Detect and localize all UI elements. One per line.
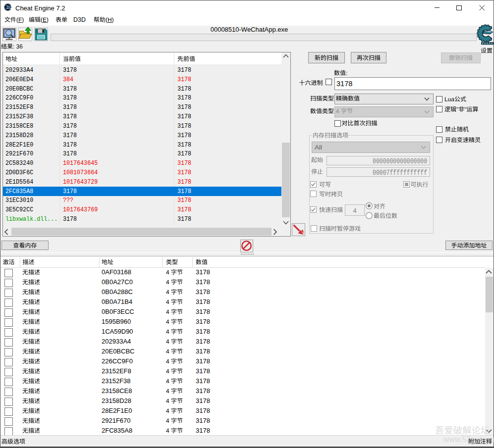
- svg-text:0B0A27C0: 0B0A27C0: [102, 278, 133, 286]
- svg-text:28E2F1E0: 28E2F1E0: [5, 141, 33, 149]
- svg-text:23152EF8: 23152EF8: [5, 103, 33, 111]
- svg-text:0B0A288C: 0B0A288C: [102, 288, 133, 296]
- svg-text:226CC9F0: 226CC9F0: [102, 357, 133, 365]
- svg-text:3178: 3178: [196, 427, 210, 434]
- svg-text:0AF03168: 0AF03168: [102, 268, 131, 276]
- svg-text:2FC835A8: 2FC835A8: [5, 188, 33, 195]
- svg-text:226CC9F0: 226CC9F0: [5, 94, 33, 101]
- svg-text:20E0BCBC: 20E0BCBC: [5, 85, 33, 93]
- svg-text:3178: 3178: [177, 122, 191, 130]
- svg-text:3178: 3178: [177, 159, 191, 167]
- svg-text:3178: 3178: [63, 66, 77, 74]
- svg-text:3178: 3178: [196, 417, 210, 424]
- svg-text:3178: 3178: [196, 407, 210, 414]
- svg-text:2D0D3F6C: 2D0D3F6C: [5, 169, 33, 176]
- svg-text:202933A4: 202933A4: [102, 338, 131, 345]
- svg-text:1017643645: 1017643645: [63, 159, 98, 167]
- svg-text:23158D28: 23158D28: [5, 132, 33, 139]
- svg-text:3178: 3178: [196, 348, 210, 355]
- svg-text:3178: 3178: [177, 94, 191, 101]
- svg-text:3178: 3178: [196, 308, 210, 315]
- svg-text:0B0A71B4: 0B0A71B4: [102, 298, 132, 305]
- svg-text:3178: 3178: [336, 80, 352, 88]
- svg-text:1595B960: 1595B960: [102, 318, 131, 325]
- svg-text:3178: 3178: [177, 197, 191, 204]
- svg-text:202933A4: 202933A4: [5, 66, 33, 74]
- svg-text:3178: 3178: [63, 113, 77, 120]
- svg-text:???: ???: [63, 197, 73, 204]
- svg-text:2FC835A8: 2FC835A8: [102, 427, 132, 434]
- svg-text:3178: 3178: [177, 215, 191, 223]
- svg-text:23158CE8: 23158CE8: [102, 387, 132, 395]
- svg-text:All: All: [315, 144, 322, 151]
- svg-text:2921F670: 2921F670: [102, 417, 131, 424]
- svg-text:www.52pojie.cn: www.52pojie.cn: [443, 435, 494, 444]
- svg-text:3178: 3178: [63, 103, 77, 111]
- svg-text:3178: 3178: [196, 268, 210, 276]
- svg-text:3178: 3178: [177, 188, 191, 195]
- svg-text:3178: 3178: [196, 298, 210, 305]
- svg-text:3178: 3178: [177, 178, 191, 186]
- svg-text:00007fffffffffff: 00007fffffffffff: [373, 169, 427, 177]
- svg-text:28E2F1E0: 28E2F1E0: [102, 407, 132, 414]
- svg-text:3178: 3178: [196, 377, 210, 385]
- svg-text:1CA59D90: 1CA59D90: [102, 328, 133, 335]
- svg-text:2E1D5564: 2E1D5564: [5, 178, 33, 186]
- svg-text:3178: 3178: [177, 76, 191, 83]
- svg-text:1017643729: 1017643729: [63, 178, 98, 186]
- svg-text:23158CE8: 23158CE8: [5, 122, 33, 130]
- svg-text:0000000000000000: 0000000000000000: [373, 157, 427, 165]
- svg-text:3178: 3178: [63, 122, 77, 130]
- svg-text:0B0F3ECC: 0B0F3ECC: [102, 308, 134, 315]
- svg-text:3178: 3178: [177, 66, 191, 74]
- svg-text:3178: 3178: [196, 318, 210, 325]
- svg-text:3178: 3178: [177, 141, 191, 149]
- svg-text:3178: 3178: [196, 387, 210, 395]
- svg-text:3178: 3178: [63, 215, 77, 223]
- svg-text:3178: 3178: [177, 206, 191, 213]
- svg-text:3178: 3178: [196, 338, 210, 345]
- svg-text:384: 384: [63, 76, 73, 83]
- svg-text:3178: 3178: [177, 150, 191, 157]
- svg-text:23158D28: 23158D28: [102, 397, 131, 404]
- svg-text:D3D: D3D: [73, 16, 86, 23]
- svg-text:23152EF8: 23152EF8: [102, 367, 131, 375]
- svg-text:Cheat Engine 7.2: Cheat Engine 7.2: [15, 4, 65, 12]
- svg-text:libxwalk.dll...: libxwalk.dll...: [5, 215, 57, 223]
- svg-text:3178: 3178: [177, 169, 191, 176]
- svg-text:3178: 3178: [177, 132, 191, 139]
- svg-text:2921F670: 2921F670: [5, 150, 33, 157]
- svg-text:3178: 3178: [196, 328, 210, 335]
- svg-text:4: 4: [353, 207, 356, 214]
- svg-text:3178: 3178: [177, 113, 191, 120]
- svg-text:206E0ED4: 206E0ED4: [5, 76, 33, 83]
- svg-text:3178: 3178: [196, 288, 210, 296]
- svg-text:3178: 3178: [196, 397, 210, 404]
- svg-text:3178: 3178: [63, 94, 77, 101]
- svg-text:3178: 3178: [196, 357, 210, 365]
- svg-text:3178: 3178: [177, 103, 191, 111]
- svg-text:3178: 3178: [63, 150, 77, 157]
- svg-text:20E0BCBC: 20E0BCBC: [102, 348, 134, 355]
- svg-text:3178: 3178: [63, 85, 77, 93]
- svg-text:31EC3010: 31EC3010: [5, 197, 33, 204]
- svg-text:3178: 3178: [196, 278, 210, 286]
- svg-text:3178: 3178: [177, 85, 191, 93]
- svg-text:3178: 3178: [63, 188, 77, 195]
- svg-text:3E5C92CC: 3E5C92CC: [5, 206, 33, 213]
- svg-text:23152F38: 23152F38: [102, 377, 131, 385]
- svg-text:3178: 3178: [196, 367, 210, 375]
- svg-text:3178: 3178: [63, 132, 77, 139]
- svg-text:3178: 3178: [63, 141, 77, 149]
- svg-text:00008510-WeChatApp.exe: 00008510-WeChatApp.exe: [211, 26, 288, 33]
- svg-text:1081073664: 1081073664: [63, 169, 98, 176]
- svg-text:23152F38: 23152F38: [5, 113, 33, 120]
- svg-text:2C583240: 2C583240: [5, 159, 33, 167]
- svg-text:1017643769: 1017643769: [63, 206, 98, 213]
